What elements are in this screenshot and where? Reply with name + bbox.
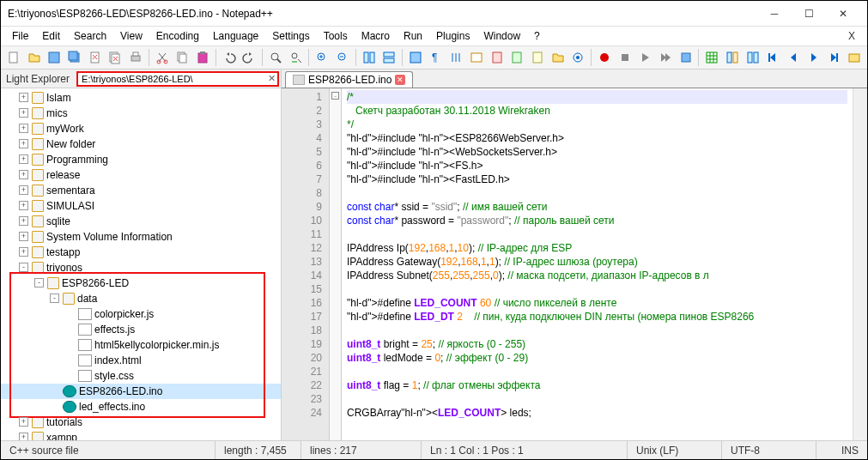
tree-item[interactable]: +release xyxy=(1,167,281,183)
tree-item[interactable]: led_effects.ino xyxy=(1,399,281,415)
menu-language[interactable]: Language xyxy=(207,28,264,44)
record-macro-icon[interactable] xyxy=(595,48,614,67)
print-icon[interactable] xyxy=(126,48,145,67)
tree-item-label: led_effects.ino xyxy=(79,401,145,413)
menu-view[interactable]: View xyxy=(114,28,149,44)
tree-item[interactable]: colorpicker.js xyxy=(1,306,281,322)
menu-help[interactable]: ? xyxy=(528,28,546,44)
menu-plugins[interactable]: Plugins xyxy=(430,28,476,44)
vertical-scrollbar[interactable] xyxy=(853,88,867,440)
nav-prev-icon[interactable] xyxy=(784,48,803,67)
path-input[interactable] xyxy=(76,71,279,87)
menu-search[interactable]: Search xyxy=(68,28,112,44)
indent-guide-icon[interactable] xyxy=(446,48,465,67)
nav-first-icon[interactable] xyxy=(763,48,782,67)
find-icon[interactable] xyxy=(266,48,285,67)
compare2-icon[interactable] xyxy=(744,48,762,67)
show-all-chars-icon[interactable]: ¶ xyxy=(427,48,446,67)
menu-tools[interactable]: Tools xyxy=(318,28,354,44)
tree-item[interactable]: ESP8266-LED.ino xyxy=(1,384,281,399)
tree-item-label: New folder xyxy=(46,138,95,150)
tree-item[interactable]: index.html xyxy=(1,353,281,368)
doc-list-icon[interactable] xyxy=(507,48,526,67)
monitor-icon[interactable] xyxy=(568,48,587,67)
code-text[interactable]: /* Скетч разработан 30.11.2018 Wirekrake… xyxy=(342,88,853,440)
copy-icon[interactable] xyxy=(173,48,191,67)
save-macro-icon[interactable] xyxy=(677,48,695,67)
cut-icon[interactable] xyxy=(153,48,172,67)
doc-map-icon[interactable] xyxy=(488,48,507,67)
svg-rect-38 xyxy=(471,53,482,62)
wordwrap-icon[interactable] xyxy=(406,48,425,67)
svg-rect-45 xyxy=(622,54,628,61)
tree-item[interactable]: +SIMULASI xyxy=(1,198,281,214)
menu-edit[interactable]: Edit xyxy=(36,28,66,44)
file-tree[interactable]: +Islam+mics+myWork+New folder+Programmin… xyxy=(1,88,281,440)
nav-next-icon[interactable] xyxy=(804,48,823,67)
menu-run[interactable]: Run xyxy=(398,28,428,44)
path-clear-icon[interactable]: ✕ xyxy=(268,73,276,84)
tree-item[interactable]: +tutorials xyxy=(1,415,281,430)
tree-item[interactable]: +sementara xyxy=(1,183,281,198)
play-macro-icon[interactable] xyxy=(635,48,654,67)
close-all-icon[interactable] xyxy=(106,48,124,67)
tree-item[interactable]: +Islam xyxy=(1,90,281,106)
tree-item[interactable]: +Programming xyxy=(1,152,281,167)
tree-item[interactable]: +New folder xyxy=(1,136,281,152)
content-area: Light Explorer ✕ +Islam+mics+myWork+New … xyxy=(1,70,867,440)
minimize-button[interactable]: ─ xyxy=(757,2,792,26)
tree-item[interactable]: +xampp xyxy=(1,430,281,440)
folder-workspace-icon[interactable] xyxy=(549,48,568,67)
compare-icon[interactable] xyxy=(723,48,742,67)
zoom-out-icon[interactable] xyxy=(333,48,352,67)
fold-column[interactable]: - xyxy=(330,88,342,440)
tab-close-icon[interactable]: ✕ xyxy=(395,75,405,85)
paste-icon[interactable] xyxy=(193,48,212,67)
menu-macro[interactable]: Macro xyxy=(355,28,396,44)
save-icon[interactable] xyxy=(45,48,64,67)
open-file-icon[interactable] xyxy=(25,48,44,67)
menu-file[interactable]: File xyxy=(6,28,34,44)
code-area[interactable]: 123456789101112131415161718192021222324 … xyxy=(282,88,867,440)
close-button[interactable]: ✕ xyxy=(826,2,860,26)
stop-macro-icon[interactable] xyxy=(616,48,634,67)
close-file-icon[interactable] xyxy=(86,48,105,67)
replace-icon[interactable] xyxy=(287,48,306,67)
menu-window[interactable]: Window xyxy=(477,28,526,44)
tree-item[interactable]: style.css xyxy=(1,368,281,384)
play-multi-icon[interactable] xyxy=(656,48,675,67)
save-all-icon[interactable] xyxy=(65,48,84,67)
new-file-icon[interactable] xyxy=(4,48,23,67)
tree-item[interactable]: +sqlite xyxy=(1,214,281,229)
menu-settings[interactable]: Settings xyxy=(266,28,315,44)
svg-rect-3 xyxy=(69,51,77,60)
tree-item-label: Islam xyxy=(46,92,71,104)
undo-icon[interactable] xyxy=(220,48,239,67)
explorer-icon[interactable] xyxy=(845,48,864,67)
sync-v-icon[interactable] xyxy=(360,48,379,67)
tree-item-label: style.css xyxy=(94,370,134,382)
func-list-icon[interactable] xyxy=(528,48,547,67)
zoom-in-icon[interactable] xyxy=(313,48,331,67)
lang-icon[interactable] xyxy=(467,48,486,67)
menu-encoding[interactable]: Encoding xyxy=(150,28,205,44)
redo-icon[interactable] xyxy=(240,48,258,67)
tree-item[interactable]: -ESP8266-LED xyxy=(1,275,281,291)
tree-item[interactable]: -triyonos xyxy=(1,260,281,275)
tree-item[interactable]: +testapp xyxy=(1,245,281,260)
tree-item[interactable]: -data xyxy=(1,291,281,306)
tree-item[interactable]: effects.js xyxy=(1,322,281,337)
sync-h-icon[interactable] xyxy=(379,48,398,67)
svg-rect-29 xyxy=(364,52,368,63)
maximize-button[interactable]: ☐ xyxy=(792,2,826,26)
file-tab[interactable]: ESP8266-LED.ino ✕ xyxy=(285,71,413,88)
tree-item-label: index.html xyxy=(94,354,142,366)
tree-item[interactable]: +System Volume Information xyxy=(1,229,281,245)
tree-item[interactable]: html5kellycolorpicker.min.js xyxy=(1,337,281,353)
tree-item[interactable]: +myWork xyxy=(1,121,281,136)
nav-last-icon[interactable] xyxy=(824,48,843,67)
spreadsheet-icon[interactable] xyxy=(702,48,721,67)
tree-item[interactable]: +mics xyxy=(1,106,281,121)
folder-icon xyxy=(32,432,44,440)
menu-close-x[interactable]: X xyxy=(841,28,862,44)
